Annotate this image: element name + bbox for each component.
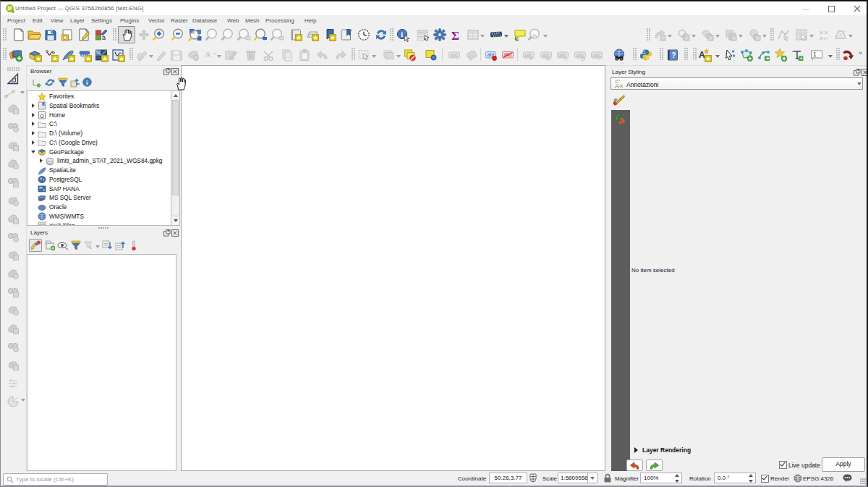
svg-text:A: A xyxy=(614,82,619,89)
svg-text:A: A xyxy=(699,50,705,60)
svg-text:Σ: Σ xyxy=(451,29,459,43)
svg-text:abc: abc xyxy=(542,53,550,58)
svg-text:✕↩: ✕↩ xyxy=(819,35,829,42)
svg-text:abc: abc xyxy=(451,53,459,58)
svg-text:ε: ε xyxy=(90,245,92,250)
svg-text:?: ? xyxy=(671,51,676,59)
svg-text:i: i xyxy=(401,30,403,38)
svg-text:/k: /k xyxy=(205,51,211,59)
svg-text:1: 1 xyxy=(813,51,817,58)
svg-text:a: a xyxy=(102,34,106,41)
svg-text:abc: abc xyxy=(576,53,584,58)
svg-text:abc: abc xyxy=(525,53,533,58)
svg-text:abc: abc xyxy=(559,53,567,58)
